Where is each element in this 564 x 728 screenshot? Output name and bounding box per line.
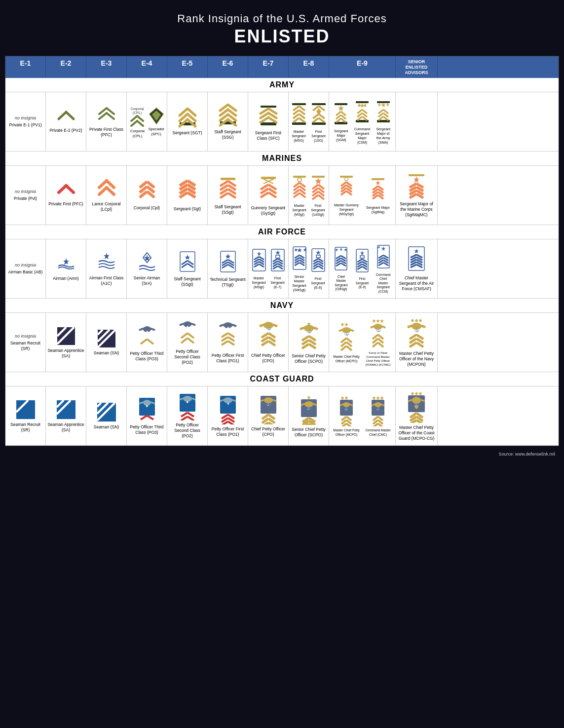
marines-e8-msgt-name: Master Sergeant (MSgt) bbox=[292, 203, 307, 217]
af-e7: Master Sergeant (MSgt) bbox=[248, 239, 289, 298]
army-senior bbox=[396, 92, 438, 151]
navy-e6-insignia: ✦ bbox=[218, 321, 238, 351]
svg-marker-51 bbox=[297, 248, 302, 252]
cg-e3-name: Seaman (SN) bbox=[94, 424, 119, 430]
cg-e4-insignia: ✦ bbox=[137, 397, 157, 422]
army-e9-csm-name: Command Sergeant Major (CSM) bbox=[353, 127, 372, 145]
army-sma-name: Sergeant Major of the Army (SMA) bbox=[374, 127, 392, 145]
cg-e3-insignia bbox=[96, 402, 117, 422]
svg-marker-58 bbox=[340, 248, 343, 251]
army-e5-insignia bbox=[178, 108, 197, 128]
af-e9: Chief Master Sergeant (CMSgt) bbox=[329, 239, 396, 298]
army-e5-name: Sergeant (SGT) bbox=[173, 130, 202, 136]
af-e4: Senior Airman (SrA) bbox=[127, 239, 167, 298]
navy-e9-formc-name: Force or Fleet Command Master Chief Pett… bbox=[364, 351, 392, 367]
af-e7-msgt: Master Sergeant (MSgt) bbox=[250, 247, 268, 291]
marines-rank-row: no insignia Private (Pvt) Private First … bbox=[5, 166, 559, 225]
army-e9-sgm-name: Sergeant Major (SGM) bbox=[332, 129, 350, 142]
marines-e1-insignia: no insignia bbox=[15, 189, 36, 194]
marines-e9-sgtmaj: Sergeant Major (SgtMaj) bbox=[362, 175, 394, 216]
svg-marker-22 bbox=[386, 103, 389, 106]
army-e8: Master Sergeant (MSG) bbox=[289, 92, 329, 151]
af-e8: Senior Master Sergeant (SMSgt) bbox=[289, 239, 329, 298]
cg-e6-insignia: ✦ bbox=[218, 395, 238, 424]
af-senior: Chief Master Sergeant of the Air Force (… bbox=[396, 239, 438, 298]
marines-e5: Sergeant (Sgt) bbox=[167, 166, 208, 225]
svg-marker-132 bbox=[380, 396, 384, 400]
marines-e6: Staff Sergeant (SSgt) bbox=[208, 166, 248, 225]
navy-e9-mcpo-insignia: ⚓ bbox=[338, 321, 355, 353]
marines-e2: Private First (PFC) bbox=[46, 166, 86, 225]
svg-text:⚓: ⚓ bbox=[344, 406, 349, 411]
svg-marker-45 bbox=[257, 251, 261, 256]
army-e5: Sergeant (SGT) bbox=[167, 92, 208, 151]
svg-marker-95 bbox=[414, 318, 418, 322]
army-e8-msg-insignia bbox=[291, 101, 307, 127]
svg-marker-92 bbox=[380, 319, 384, 323]
svg-marker-125 bbox=[344, 396, 348, 400]
cg-e2: Seaman Apprentice (SA) bbox=[46, 386, 86, 445]
svg-marker-15 bbox=[360, 103, 365, 108]
page: Rank Insignia of the U.S. Armed Forces E… bbox=[0, 0, 564, 728]
svg-text:⚓: ⚓ bbox=[414, 401, 419, 406]
svg-marker-47 bbox=[275, 250, 280, 255]
navy-header: NAVY bbox=[5, 299, 559, 313]
af-e8-1stsgt: First Sergeant (E-8) bbox=[309, 246, 328, 291]
army-e4-spc: Specialist (SPC) bbox=[147, 106, 165, 138]
grade-e4: E-4 bbox=[127, 56, 167, 78]
svg-marker-137 bbox=[411, 391, 414, 395]
af-header: AIR FORCE bbox=[5, 225, 559, 239]
navy-e3-insignia bbox=[97, 329, 116, 348]
source-line: Source: www.defenselink.mil bbox=[5, 450, 559, 458]
af-e2: Airman (Amn) bbox=[46, 239, 86, 298]
grade-e5: E-5 bbox=[167, 56, 208, 78]
svg-marker-36 bbox=[414, 176, 419, 183]
af-e9-1stsgt-name: First Sergeant (E-9) bbox=[353, 277, 372, 289]
svg-marker-65 bbox=[377, 246, 380, 249]
cg-senior-name: Master Chief Petty Officer of the Coast … bbox=[397, 425, 436, 441]
svg-marker-30 bbox=[315, 178, 322, 184]
af-e4-name: Senior Airman (SrA) bbox=[128, 275, 165, 286]
cg-e9-mcpo: ⚓ Master Chief Petty Officer (MCPO) bbox=[331, 393, 362, 438]
svg-marker-12 bbox=[338, 105, 344, 111]
marines-e4-insignia bbox=[138, 180, 156, 203]
svg-rect-10 bbox=[335, 103, 347, 105]
cg-e7-name: Chief Petty Officer (CPO) bbox=[250, 426, 287, 437]
svg-text:⚓: ⚓ bbox=[265, 325, 271, 331]
af-e8-1stsgt-insignia bbox=[310, 248, 326, 274]
marines-e1-name: Private (Pvt) bbox=[14, 196, 37, 201]
navy-e5-insignia: ✦ bbox=[177, 319, 198, 347]
navy-e7: ⚓ Chief Petty Officer (CPO) bbox=[248, 313, 289, 372]
grade-senior: SENIOR ENLISTED ADVISORS bbox=[396, 56, 438, 78]
sub-title: ENLISTED bbox=[5, 26, 559, 47]
af-e3-insignia bbox=[97, 252, 116, 273]
svg-marker-121 bbox=[307, 395, 311, 399]
marines-e2-name: Private First (PFC) bbox=[48, 201, 83, 207]
svg-point-28 bbox=[298, 178, 301, 182]
navy-e1: no insignia Seaman Recruit (SR) bbox=[5, 313, 46, 372]
army-e9-sgm-insignia bbox=[334, 101, 348, 127]
cg-e4: ✦ Petty Officer Third Class (PO3) bbox=[127, 386, 167, 445]
cg-e9: ⚓ Master Chief Petty Officer (MCPO) bbox=[329, 386, 396, 445]
navy-e9-formc: ⚓ Force or Fleet Command Master Chief Pe… bbox=[362, 316, 394, 368]
svg-text:⚓: ⚓ bbox=[344, 330, 350, 336]
cg-e2-insignia bbox=[56, 399, 76, 420]
marines-e9-mgysgt: Master Gunnery Sergeant (MGySgt) bbox=[331, 173, 362, 218]
marines-e8-msgt-insignia bbox=[292, 174, 307, 201]
af-rank-row: no insignia Airman Basic (AB) Airman (Am… bbox=[5, 239, 559, 299]
af-e7-1stsgt-insignia bbox=[270, 248, 286, 274]
navy-e3: Seaman (SN) bbox=[86, 313, 127, 372]
army-e8-1sg-name: First Sergeant (1SG) bbox=[310, 129, 327, 143]
army-e2-insignia bbox=[57, 110, 75, 126]
army-e4: Corporal (CPL) Corporal (CPL) bbox=[127, 92, 167, 151]
svg-marker-21 bbox=[381, 103, 386, 107]
svg-marker-126 bbox=[340, 396, 344, 400]
svg-text:⚓: ⚓ bbox=[376, 327, 381, 333]
navy-e9-formc-insignia: ⚓ bbox=[370, 318, 386, 349]
army-e1-name: Private E-1 (PV1) bbox=[9, 122, 41, 128]
af-e9-1stsgt: First Sergeant (E-9) bbox=[352, 247, 373, 291]
af-e7-msgt-name: Master Sergeant (MSgt) bbox=[251, 276, 267, 289]
navy-e9-mcpo-name: Master Chief Petty Officer (MCPO) bbox=[332, 355, 361, 363]
navy-senior-insignia: ⚓ bbox=[406, 317, 427, 349]
marines-e3-name: Lance Corporal (LCpl) bbox=[88, 201, 125, 212]
